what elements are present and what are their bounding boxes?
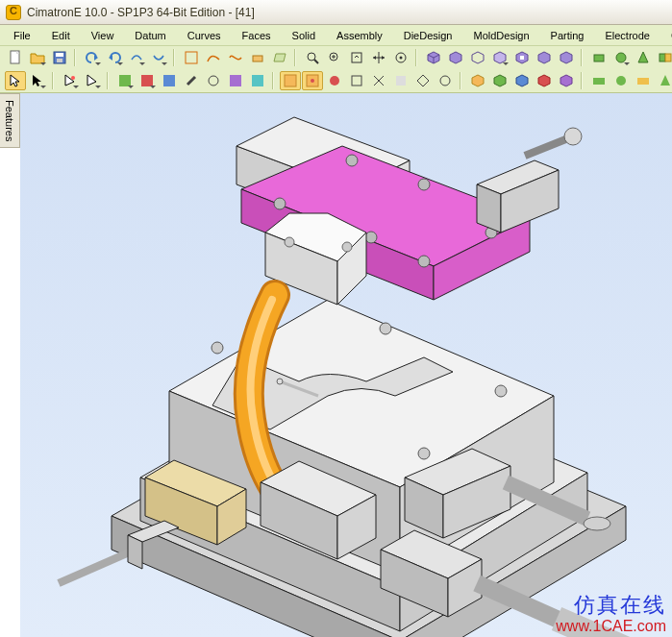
zoom-extents-button[interactable] — [346, 48, 367, 67]
zoom-window-button[interactable] — [302, 48, 323, 67]
menu-solid[interactable]: Solid — [283, 28, 325, 43]
render2-button[interactable] — [137, 71, 158, 90]
asm4-button[interactable] — [534, 71, 555, 90]
svg-point-10 — [308, 53, 315, 61]
render6-button[interactable] — [225, 71, 246, 90]
menu-electrode[interactable]: Electrode — [595, 28, 659, 43]
curve-button[interactable] — [203, 48, 224, 67]
svg-point-98 — [342, 242, 352, 252]
save-button[interactable] — [49, 48, 70, 67]
solid4-button[interactable] — [489, 48, 510, 67]
render5-button[interactable] — [203, 71, 224, 90]
render-green-icon — [117, 73, 133, 88]
svg-rect-45 — [119, 75, 131, 86]
pan-button[interactable] — [390, 48, 411, 67]
d2-button[interactable] — [610, 71, 632, 90]
solid7-button[interactable] — [556, 48, 577, 67]
menu-assembly[interactable]: Assembly — [327, 28, 392, 43]
asm5-button[interactable] — [556, 71, 577, 90]
svg-marker-35 — [638, 52, 648, 62]
menu-diedesign[interactable]: DieDesign — [394, 28, 462, 43]
asm3-button[interactable] — [511, 71, 533, 90]
render3-button[interactable] — [159, 71, 180, 90]
sel1-icon — [283, 73, 298, 88]
menu-molddesign[interactable]: MoldDesign — [463, 28, 538, 43]
filter2-button[interactable] — [82, 71, 103, 90]
menubar: File Edit View Datum Curves Faces Solid … — [0, 25, 672, 46]
save-icon — [52, 50, 67, 65]
svg-point-54 — [330, 76, 339, 86]
d1-button[interactable] — [588, 71, 610, 90]
asm1-button[interactable] — [467, 71, 488, 90]
d4-button[interactable] — [655, 71, 672, 90]
viewport-3d[interactable] — [20, 93, 672, 637]
asm5-icon — [559, 73, 574, 88]
die1-button[interactable] — [588, 48, 610, 67]
history-back-button[interactable] — [126, 48, 147, 67]
solid6-button[interactable] — [534, 48, 555, 67]
menu-faces[interactable]: Faces — [233, 28, 281, 43]
solid3-button[interactable] — [467, 48, 488, 67]
svg-line-122 — [59, 550, 136, 583]
side-tab[interactable]: Features — [0, 93, 20, 148]
cursor-button[interactable] — [5, 71, 26, 90]
die4-button[interactable] — [655, 48, 672, 67]
svg-point-34 — [616, 53, 626, 62]
sketch-button[interactable] — [181, 48, 202, 67]
menu-datum[interactable]: Datum — [125, 28, 175, 43]
spline-button[interactable] — [225, 48, 246, 67]
sel7-button[interactable] — [412, 71, 434, 90]
asm2-button[interactable] — [489, 71, 510, 90]
svg-marker-61 — [472, 75, 484, 86]
toolbar-row-2 — [0, 69, 672, 92]
cursor2-button[interactable] — [27, 71, 48, 90]
sel3-icon — [327, 73, 342, 88]
plane-button[interactable] — [269, 48, 290, 67]
svg-point-88 — [274, 198, 286, 209]
render4-button[interactable] — [181, 71, 202, 90]
menu-edit[interactable]: Edit — [42, 28, 80, 43]
solid1-button[interactable] — [423, 48, 444, 67]
redo-button[interactable] — [104, 48, 125, 67]
filter-dd-icon — [85, 73, 100, 88]
new-doc-button[interactable] — [5, 48, 26, 67]
watermark: 仿真在线 www.1CAE.com — [556, 593, 666, 635]
features-tab-label: Features — [4, 100, 15, 141]
region-button[interactable] — [247, 48, 268, 67]
svg-rect-4 — [57, 59, 62, 62]
menu-file[interactable]: File — [4, 28, 40, 43]
render-red-icon — [139, 73, 155, 88]
render7-button[interactable] — [247, 71, 268, 90]
sel2-button[interactable] — [302, 71, 323, 90]
menu-curves[interactable]: Curves — [178, 28, 231, 43]
svg-point-103 — [564, 128, 582, 145]
svg-rect-58 — [396, 76, 406, 86]
die3-button[interactable] — [633, 48, 654, 67]
menu-view[interactable]: View — [82, 28, 124, 43]
svg-rect-30 — [520, 56, 524, 60]
filter1-button[interactable] — [60, 71, 81, 90]
svg-rect-3 — [56, 53, 63, 57]
sel5-button[interactable] — [368, 71, 389, 90]
menu-parting[interactable]: Parting — [541, 28, 594, 43]
orbit-button[interactable] — [368, 48, 389, 67]
d3-button[interactable] — [633, 71, 654, 90]
sel4-button[interactable] — [346, 71, 367, 90]
svg-marker-26 — [450, 52, 461, 63]
svg-marker-44 — [87, 75, 96, 86]
sel5-icon — [371, 73, 386, 88]
sel8-button[interactable] — [435, 71, 456, 90]
history-fwd-button[interactable] — [148, 48, 169, 67]
open-button[interactable] — [27, 48, 48, 67]
undo-button[interactable] — [82, 48, 103, 67]
die2-button[interactable] — [610, 48, 632, 67]
svg-point-128 — [418, 448, 430, 459]
menu-catalog[interactable]: Catalog — [661, 28, 672, 43]
sel3-button[interactable] — [324, 71, 345, 90]
sel6-button[interactable] — [390, 71, 411, 90]
render1-button[interactable] — [114, 71, 136, 90]
solid5-button[interactable] — [511, 48, 533, 67]
sel1-button[interactable] — [280, 71, 301, 90]
solid2-button[interactable] — [445, 48, 466, 67]
zoom-fit-button[interactable] — [324, 48, 345, 67]
